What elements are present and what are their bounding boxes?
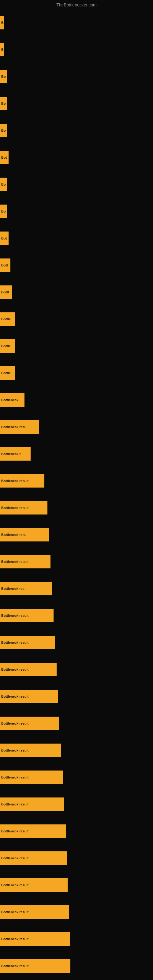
- bar-35: Bottleneck result: [0, 932, 70, 946]
- bar-row-27: Bottleneck result: [0, 710, 153, 737]
- bar-row-15: Bottleneck: [0, 387, 153, 414]
- bar-22: Bottleneck res: [0, 582, 52, 595]
- bar-row-12: Bottle: [0, 305, 153, 332]
- bar-17: Bottleneck r: [0, 447, 30, 461]
- bar-label-3: Bo: [1, 75, 6, 78]
- bar-3: Bo: [0, 70, 7, 83]
- bar-row-18: Bottleneck result: [0, 467, 153, 494]
- bar-label-4: Bo: [1, 102, 6, 105]
- bar-25: Bottleneck result: [0, 663, 57, 676]
- bar-label-9: Bot: [1, 236, 7, 240]
- bar-label-14: Bottle: [1, 371, 11, 375]
- bar-row-4: Bo: [0, 90, 153, 117]
- bar-14: Bottle: [0, 366, 15, 380]
- bar-8: Bo: [0, 205, 7, 218]
- bar-label-36: Bottleneck result: [1, 964, 29, 968]
- bar-label-10: Bott: [1, 263, 8, 267]
- bar-29: Bottleneck result: [0, 770, 63, 784]
- bar-row-23: Bottleneck result: [0, 602, 153, 629]
- bar-row-2: B: [0, 36, 153, 63]
- bar-7: Bo: [0, 178, 7, 191]
- bar-label-26: Bottleneck result: [1, 695, 29, 698]
- site-title: TheBottlenecker.com: [0, 0, 153, 9]
- bar-label-30: Bottleneck result: [1, 802, 29, 806]
- bar-label-13: Bottle: [1, 344, 11, 348]
- bar-31: Bottleneck result: [0, 824, 66, 838]
- bar-label-32: Bottleneck result: [1, 856, 29, 860]
- bar-label-2: B: [1, 48, 4, 51]
- bar-row-30: Bottleneck result: [0, 791, 153, 818]
- bar-row-7: Bo: [0, 171, 153, 198]
- bar-label-24: Bottleneck result: [1, 641, 29, 644]
- bar-33: Bottleneck result: [0, 878, 68, 892]
- bar-row-25: Bottleneck result: [0, 656, 153, 683]
- bar-19: Bottleneck result: [0, 501, 48, 514]
- bar-label-27: Bottleneck result: [1, 722, 29, 725]
- bar-label-22: Bottleneck res: [1, 587, 24, 590]
- bar-label-25: Bottleneck result: [1, 668, 29, 671]
- bar-row-34: Bottleneck result: [0, 899, 153, 926]
- bar-label-17: Bottleneck r: [1, 452, 21, 456]
- bar-9: Bot: [0, 232, 9, 245]
- bar-21: Bottleneck result: [0, 555, 51, 568]
- bar-18: Bottleneck result: [0, 474, 45, 488]
- bar-row-21: Bottleneck result: [0, 548, 153, 575]
- bar-row-35: Bottleneck result: [0, 926, 153, 953]
- bar-label-15: Bottleneck: [1, 398, 18, 402]
- bar-label-7: Bo: [1, 183, 6, 186]
- bar-label-8: Bo: [1, 210, 6, 213]
- bar-row-22: Bottleneck res: [0, 575, 153, 602]
- bar-26: Bottleneck result: [0, 690, 58, 703]
- bar-row-1: B: [0, 9, 153, 36]
- bar-2: B: [0, 43, 4, 56]
- bar-row-6: Bot: [0, 144, 153, 171]
- bar-4: Bo: [0, 97, 7, 110]
- bar-row-26: Bottleneck result: [0, 683, 153, 710]
- bar-label-29: Bottleneck result: [1, 775, 29, 779]
- bar-row-10: Bott: [0, 252, 153, 279]
- bar-label-31: Bottleneck result: [1, 829, 29, 833]
- bar-row-11: Bottl: [0, 279, 153, 305]
- bar-row-20: Bottleneck resu: [0, 521, 153, 548]
- bar-row-32: Bottleneck result: [0, 845, 153, 872]
- bar-10: Bott: [0, 258, 10, 272]
- bar-30: Bottleneck result: [0, 797, 64, 811]
- bar-24: Bottleneck result: [0, 636, 55, 649]
- bar-row-19: Bottleneck result: [0, 494, 153, 521]
- bar-row-31: Bottleneck result: [0, 818, 153, 845]
- bar-row-13: Bottle: [0, 332, 153, 360]
- bar-label-12: Bottle: [1, 317, 11, 321]
- bar-32: Bottleneck result: [0, 851, 67, 865]
- bar-label-5: Bo: [1, 129, 6, 132]
- bar-label-23: Bottleneck result: [1, 614, 29, 617]
- bar-row-16: Bottleneck resu: [0, 414, 153, 441]
- bar-label-16: Bottleneck resu: [1, 425, 27, 429]
- bar-row-9: Bot: [0, 225, 153, 252]
- bar-36: Bottleneck result: [0, 959, 70, 973]
- bar-34: Bottleneck result: [0, 905, 69, 919]
- bar-row-28: Bottleneck result: [0, 737, 153, 764]
- bar-23: Bottleneck result: [0, 609, 54, 622]
- bar-13: Bottle: [0, 339, 15, 353]
- bar-row-36: Bottleneck result: [0, 953, 153, 979]
- bar-11: Bottl: [0, 285, 12, 299]
- bar-28: Bottleneck result: [0, 744, 61, 757]
- bar-label-35: Bottleneck result: [1, 937, 29, 941]
- bar-row-24: Bottleneck result: [0, 629, 153, 656]
- bar-row-3: Bo: [0, 63, 153, 90]
- bar-label-20: Bottleneck resu: [1, 533, 27, 536]
- bar-row-8: Bo: [0, 198, 153, 225]
- bar-6: Bot: [0, 151, 9, 164]
- bar-20: Bottleneck resu: [0, 528, 49, 541]
- bar-label-18: Bottleneck result: [1, 479, 29, 483]
- bar-row-29: Bottleneck result: [0, 764, 153, 791]
- bar-row-17: Bottleneck r: [0, 441, 153, 467]
- bar-5: Bo: [0, 124, 7, 137]
- bar-16: Bottleneck resu: [0, 420, 39, 434]
- bar-1: B: [0, 16, 4, 29]
- bar-label-19: Bottleneck result: [1, 506, 29, 510]
- bar-label-1: B: [1, 21, 4, 24]
- bar-27: Bottleneck result: [0, 717, 59, 730]
- bar-label-21: Bottleneck result: [1, 560, 29, 563]
- bar-label-33: Bottleneck result: [1, 883, 29, 887]
